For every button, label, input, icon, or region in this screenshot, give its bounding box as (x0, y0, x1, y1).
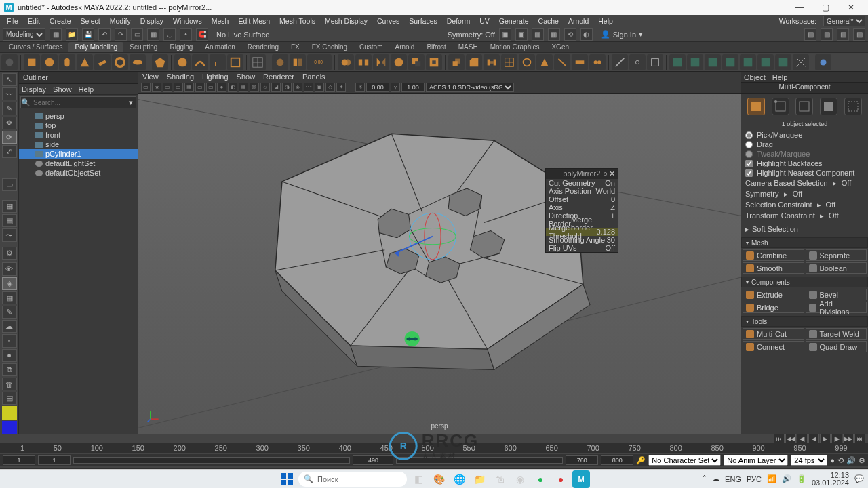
smooth-button[interactable]: Smooth (743, 262, 804, 274)
shelf-tab-motiongraphics[interactable]: Motion Graphics (484, 42, 546, 52)
play-back-button[interactable]: ◀ (808, 434, 819, 443)
floatpanel-row[interactable]: Smoothing Angle30 (546, 236, 618, 244)
spotify-icon[interactable]: ● (532, 470, 549, 488)
explorer-icon[interactable]: 📁 (471, 470, 488, 488)
vp-gamma-input[interactable] (401, 83, 425, 92)
tray-battery-icon[interactable]: 🔋 (797, 474, 806, 483)
vp-wireframe-icon[interactable]: ▦ (239, 83, 248, 92)
tray-kb[interactable]: РУС (747, 475, 762, 483)
collapse-icon[interactable] (536, 54, 553, 70)
frame-back-button[interactable]: ◀| (797, 434, 808, 443)
lasso-tool-button[interactable]: 〰 (2, 87, 17, 100)
quaddraw-icon[interactable] (647, 54, 663, 70)
minimize-button[interactable]: — (787, 0, 812, 15)
sculpt5-icon[interactable] (740, 54, 756, 70)
snap-point-icon[interactable]: • (180, 28, 192, 41)
outliner-search-input[interactable] (31, 99, 126, 106)
taskbar-search[interactable]: 🔍Поиск (298, 472, 407, 487)
frame-fwd-button[interactable]: |▶ (831, 434, 842, 443)
boolean-icon[interactable] (408, 54, 425, 70)
menu-meshdisplay[interactable]: Mesh Display (321, 16, 372, 26)
components-icon[interactable]: ▫ (2, 334, 17, 347)
menu-cache[interactable]: Cache (534, 16, 563, 26)
color-yellow-icon[interactable] (2, 406, 17, 419)
soft-select-icon[interactable] (272, 54, 288, 70)
sculpt2-icon[interactable] (687, 54, 703, 70)
range-cur-input[interactable] (353, 455, 393, 465)
outliner-menu-help[interactable]: Help (79, 85, 94, 94)
vp-menu-renderer[interactable]: Renderer (263, 73, 294, 81)
xray-icon[interactable]: ◐ (580, 28, 593, 41)
separate-icon[interactable] (355, 54, 372, 70)
edge-mode-button[interactable] (795, 98, 813, 115)
keyframe-icon[interactable]: 🔑 (636, 456, 646, 465)
viewport-3d[interactable]: polyMirror2 ○ ✕ Cut GeometryOnAxis Posit… (138, 94, 741, 434)
menu-surfaces[interactable]: Surfaces (405, 16, 441, 26)
loop-icon[interactable]: ⟲ (837, 456, 844, 465)
sculpt6-icon[interactable] (757, 54, 774, 70)
record-icon[interactable]: ● (552, 470, 570, 488)
section-header[interactable]: Components (741, 277, 868, 287)
step-back-button[interactable]: ◀◀ (785, 434, 796, 443)
svg-icon[interactable] (227, 54, 243, 70)
extrude-icon[interactable] (448, 54, 465, 70)
vp-grid-icon[interactable]: ▦ (184, 83, 194, 92)
sweepmesh-icon[interactable] (192, 54, 208, 70)
xgen-icon[interactable] (815, 54, 831, 70)
shelf-tab-fxcaching[interactable]: FX Caching (306, 42, 353, 52)
vp-xray-icon[interactable]: ◇ (326, 83, 335, 92)
extrude-button[interactable]: Extrude (743, 289, 804, 300)
polysphere-icon[interactable] (41, 54, 58, 70)
new-scene-icon[interactable]: ▦ (50, 28, 62, 41)
bevel-button[interactable]: Bevel (806, 289, 867, 300)
play-fwd-button[interactable]: ▶ (820, 434, 831, 443)
add-divisions-button[interactable]: Add Divisions (806, 302, 867, 313)
move-tool-button[interactable]: ✥ (2, 117, 17, 129)
measure-icon[interactable]: 0.00 (307, 54, 332, 70)
shelf-tab-mash[interactable]: MASH (452, 42, 484, 52)
sculpt1-icon[interactable] (669, 54, 686, 70)
vp-exposure-icon[interactable]: ☀ (355, 83, 365, 92)
floatpanel-row[interactable]: Axis PositionWorld (546, 187, 618, 195)
close-button[interactable]: ✕ (838, 0, 864, 15)
tweak-radio[interactable] (745, 150, 753, 158)
shelf-tab-animation[interactable]: Animation (199, 42, 241, 52)
menu-edit[interactable]: Edit (24, 16, 44, 26)
menu-generate[interactable]: Generate (495, 16, 533, 26)
shelf-tab-arnold[interactable]: Arnold (389, 42, 420, 52)
workspace-select[interactable]: General* (823, 16, 865, 26)
outliner-node[interactable]: top (19, 121, 138, 130)
ref-icon[interactable]: ⧉ (2, 363, 17, 376)
magnet-icon[interactable]: 🧲 (196, 28, 208, 41)
sculpt7-icon[interactable] (775, 54, 791, 70)
graph-editor-button[interactable]: 〜 (2, 228, 17, 241)
sound-icon[interactable]: 🔊 (846, 456, 856, 465)
menu-display[interactable]: Display (136, 16, 167, 26)
shelf-tab-rendering[interactable]: Rendering (241, 42, 285, 52)
symmetry-icon[interactable] (290, 54, 306, 70)
boolean-button[interactable]: Boolean (806, 262, 867, 274)
platonic-icon[interactable] (152, 54, 168, 70)
outliner-node[interactable]: side (19, 140, 138, 149)
connect-button[interactable]: Connect (743, 341, 804, 352)
outliner-node[interactable]: persp (19, 111, 138, 121)
tray-volume-icon[interactable]: 🔊 (782, 474, 791, 483)
soft-selection-toggle[interactable]: Soft Selection (752, 225, 798, 233)
mirror-icon[interactable] (373, 54, 389, 70)
shelf-swatch-icon[interactable] (1, 54, 18, 70)
maximize-button[interactable]: ▢ (812, 0, 838, 15)
floatpanel-row[interactable]: Offset0 (546, 195, 618, 203)
start-button[interactable] (278, 470, 296, 488)
scale-tool-button[interactable]: ⤢ (2, 145, 17, 158)
tray-notifications-icon[interactable]: 💬 (854, 474, 864, 483)
visibility-icon[interactable]: 👁 (2, 262, 17, 275)
connect-icon[interactable] (554, 54, 570, 70)
menu-deform[interactable]: Deform (443, 16, 474, 26)
circularize-icon[interactable] (519, 54, 535, 70)
select-tool-icon[interactable]: ▭ (131, 28, 143, 41)
vp-colorspace-select[interactable]: ACES 1.0 SDR-video (sRGB) (426, 83, 514, 92)
app1-icon[interactable]: 🎨 (430, 470, 448, 488)
outliner-menu-display[interactable]: Display (22, 85, 46, 94)
shelf-tab-xgen[interactable]: XGen (545, 42, 575, 52)
layout-single-button[interactable]: ▭ (2, 178, 17, 191)
